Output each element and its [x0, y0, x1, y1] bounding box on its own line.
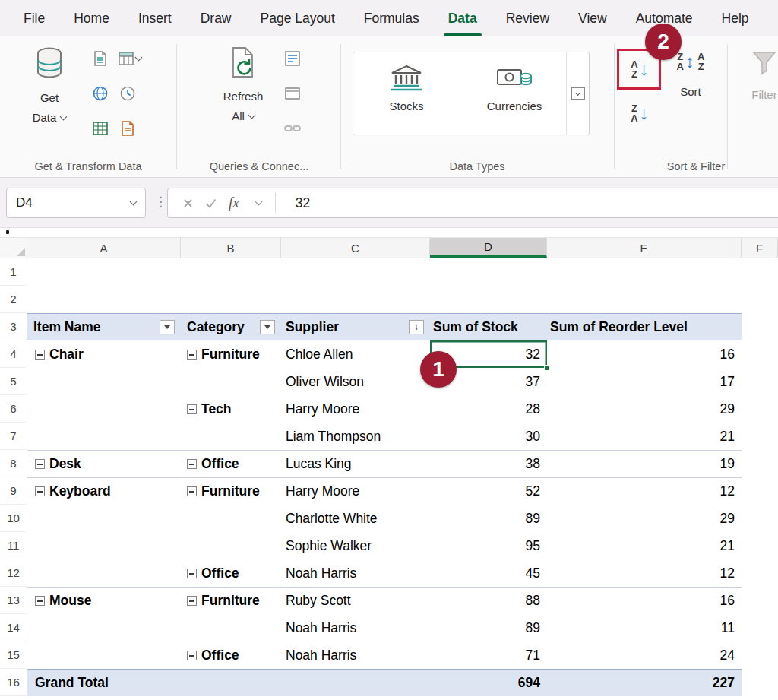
collapse-button[interactable] [35, 459, 45, 469]
cell-A4[interactable]: Chair [27, 340, 181, 368]
row-header-9[interactable]: 9 [0, 477, 27, 505]
cell-B15[interactable]: Office [181, 641, 281, 669]
cell-F6[interactable] [742, 395, 778, 423]
cell-C11[interactable]: Sophie Walker [281, 532, 430, 559]
cell-C1[interactable] [281, 258, 430, 286]
cell-E3[interactable]: Sum of Reorder Level [547, 313, 742, 340]
queries-connections-button[interactable] [283, 49, 302, 68]
cell-F14[interactable] [742, 614, 778, 641]
cell-F13[interactable] [742, 587, 778, 614]
refresh-all-button[interactable]: Refresh All [214, 47, 272, 163]
row-header-3[interactable]: 3 [0, 313, 27, 340]
collapse-button[interactable] [187, 569, 197, 578]
filter-button[interactable]: Filter [734, 47, 778, 163]
cell-F15[interactable] [742, 641, 778, 669]
cell-D10[interactable]: 89 [430, 505, 547, 532]
cell-A8[interactable]: Desk [27, 450, 181, 477]
cell-E11[interactable]: 21 [547, 532, 742, 559]
cell-D11[interactable]: 95 [430, 532, 547, 559]
cell-B4[interactable]: Furniture [181, 340, 281, 368]
collapse-button[interactable] [35, 596, 45, 606]
cell-B7[interactable] [181, 423, 281, 450]
collapse-button[interactable] [187, 651, 197, 660]
cell-B8[interactable]: Office [181, 450, 281, 477]
from-table-dropdown-button[interactable] [115, 49, 144, 68]
cell-F1[interactable] [742, 258, 778, 286]
row-header-16[interactable]: 16 [0, 669, 27, 696]
cell-A5[interactable] [27, 368, 181, 395]
row-header-14[interactable]: 14 [0, 614, 27, 641]
row-header-2[interactable]: 2 [0, 286, 27, 313]
cell-B13[interactable]: Furniture [181, 587, 281, 614]
cell-A11[interactable] [27, 532, 181, 559]
tab-draw[interactable]: Draw [186, 0, 246, 36]
cell-D6[interactable]: 28 [430, 395, 547, 423]
cell-D1[interactable] [430, 258, 547, 286]
cell-A16[interactable]: Grand Total [27, 669, 181, 696]
column-header-E[interactable]: E [547, 238, 742, 258]
tab-file[interactable]: File [9, 0, 59, 36]
filter-dropdown-button-item-name[interactable] [160, 320, 175, 334]
cell-C15[interactable]: Noah Harris [281, 641, 430, 669]
tab-data[interactable]: Data [434, 0, 492, 36]
cell-C5[interactable]: Oliver Wilson [281, 368, 430, 395]
tab-page-layout[interactable]: Page Layout [246, 0, 349, 36]
cell-A7[interactable] [27, 423, 181, 450]
tab-view[interactable]: View [564, 0, 621, 36]
cell-C7[interactable]: Liam Thompson [281, 423, 430, 450]
cell-E13[interactable]: 16 [547, 587, 742, 614]
fill-handle[interactable] [544, 365, 550, 371]
collapse-button[interactable] [187, 459, 197, 469]
cell-E15[interactable]: 24 [547, 641, 742, 669]
cell-B16[interactable] [181, 669, 281, 696]
cell-C13[interactable]: Ruby Scott [281, 587, 430, 614]
row-header-4[interactable]: 4 [0, 340, 27, 368]
cell-B3[interactable]: Category [181, 313, 281, 340]
row-header-1[interactable]: 1 [0, 258, 27, 286]
recent-sources-button[interactable] [118, 84, 138, 103]
tab-formulas[interactable]: Formulas [349, 0, 434, 36]
formula-bar[interactable]: fx 32 [167, 188, 778, 218]
cancel-icon[interactable] [183, 198, 193, 208]
cell-B1[interactable] [181, 258, 281, 286]
cell-F4[interactable] [742, 340, 778, 368]
collapse-button[interactable] [35, 350, 45, 360]
cell-C3[interactable]: Supplier↓ [281, 313, 430, 340]
cell-A10[interactable] [27, 505, 181, 532]
cell-F11[interactable] [742, 532, 778, 559]
from-web-button[interactable] [90, 84, 110, 103]
cell-C10[interactable]: Charlotte White [281, 505, 430, 532]
row-header-5[interactable]: 5 [0, 368, 27, 395]
column-header-B[interactable]: B [181, 238, 281, 258]
cell-C8[interactable]: Lucas King [281, 450, 430, 477]
properties-button[interactable] [283, 84, 302, 103]
cell-C9[interactable]: Harry Moore [281, 477, 430, 505]
cell-B10[interactable] [181, 505, 281, 532]
cell-D9[interactable]: 52 [430, 477, 547, 505]
cell-E12[interactable]: 12 [547, 559, 742, 587]
cell-E8[interactable]: 19 [547, 450, 742, 477]
from-text-file-button[interactable] [90, 49, 110, 68]
cell-F16[interactable] [742, 669, 778, 696]
cell-F7[interactable] [742, 423, 778, 450]
cell-F3[interactable] [742, 313, 778, 340]
tab-insert[interactable]: Insert [124, 0, 186, 36]
cell-E10[interactable]: 29 [547, 505, 742, 532]
cell-A6[interactable] [27, 395, 181, 423]
gallery-more-button[interactable] [571, 87, 585, 100]
cell-D15[interactable]: 71 [430, 641, 547, 669]
cell-F8[interactable] [742, 450, 778, 477]
cell-E16[interactable]: 227 [547, 669, 742, 696]
row-header-8[interactable]: 8 [0, 450, 27, 477]
row-header-13[interactable]: 13 [0, 587, 27, 614]
cell-B6[interactable]: Tech [181, 395, 281, 423]
cell-B11[interactable] [181, 532, 281, 559]
collapse-button[interactable] [187, 404, 197, 414]
tab-review[interactable]: Review [492, 0, 564, 36]
row-header-10[interactable]: 10 [0, 505, 27, 532]
cell-C16[interactable] [281, 669, 430, 696]
cell-C2[interactable] [281, 286, 430, 313]
cell-B5[interactable] [181, 368, 281, 395]
cell-C12[interactable]: Noah Harris [281, 559, 430, 587]
column-header-C[interactable]: C [281, 238, 430, 258]
